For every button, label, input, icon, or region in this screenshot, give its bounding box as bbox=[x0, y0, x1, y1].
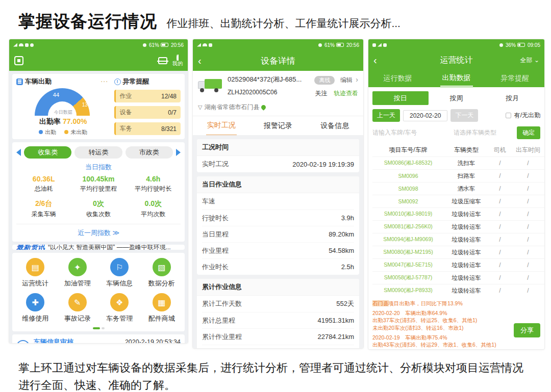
app-item[interactable]: ❖ 车务管理 bbox=[98, 293, 141, 323]
attendance-title: 车辆出勤 bbox=[25, 77, 52, 86]
news-badge: 最新资讯 bbox=[16, 245, 45, 250]
back-icon[interactable]: ‹ bbox=[373, 55, 377, 65]
summary-line: 未出勤20车次(清扫3、转运16、市政1) bbox=[372, 324, 508, 332]
next-day-button[interactable]: 下一天 bbox=[450, 109, 478, 122]
back-icon[interactable]: ‹ bbox=[198, 56, 202, 66]
status-time: 20:56 bbox=[171, 42, 184, 48]
table-row: SM0094(湘J-M9069) 垃圾转运车 / / bbox=[372, 233, 544, 246]
vehicle-id-link[interactable]: SM0058(湘J-57787) bbox=[372, 274, 444, 281]
pagination-dots bbox=[14, 327, 183, 329]
alerts-title: 异常提醒 bbox=[123, 77, 149, 86]
chevron-right-icon[interactable]: › bbox=[356, 75, 358, 84]
alert-pill[interactable]: 作业 12/48 bbox=[114, 90, 181, 102]
alert-pill[interactable]: 设备 0/7 bbox=[114, 106, 181, 119]
vehicle-id-link[interactable]: SM0047(湘J-5E715) bbox=[372, 262, 444, 269]
notice-right: 2020-2-19 20:53:34 1 bbox=[125, 338, 181, 343]
vehicle-id-link[interactable]: SM0081(湘J-256K0) bbox=[372, 223, 444, 230]
vehicle-id-link[interactable]: SM0010(湘J-98019) bbox=[372, 211, 444, 218]
app-item[interactable]: ▦ 配件商城 bbox=[141, 293, 183, 323]
stats-nav-bar: 运营统计 ‹ 全部 ⌄ bbox=[368, 50, 544, 70]
col-driver: 司机 bbox=[489, 146, 511, 154]
app-item[interactable]: ✎ 事故记录 bbox=[57, 293, 99, 323]
table-body: SM0086(湘J-68532) 洗扫车 / / SM0096 扫路车 / / bbox=[372, 156, 544, 297]
clock-icon bbox=[318, 43, 322, 47]
detail-row: 当日里程89.20km bbox=[202, 226, 354, 242]
wifi-icon bbox=[203, 43, 207, 46]
summary-group-1: 2020-02-20 车辆出勤率64.9%出勤37车次(清扫5、转运25、收集6… bbox=[372, 309, 508, 332]
tab-abnormal-alerts[interactable]: 异常提醒 bbox=[486, 70, 544, 87]
battery-percent: 61% bbox=[149, 42, 159, 48]
app-item[interactable]: ▧ 数据分析 bbox=[141, 258, 183, 288]
tab-running-data[interactable]: 运行数据 bbox=[368, 70, 427, 87]
tab-municipal[interactable]: 市政类 bbox=[126, 146, 173, 159]
app-item[interactable]: ✚ 维修使用 bbox=[14, 293, 57, 323]
app-icon: ✎ bbox=[68, 293, 87, 311]
nfc-icon bbox=[383, 43, 387, 47]
mine-button[interactable]: 我的 bbox=[172, 55, 183, 66]
alert-pill[interactable]: 车务 8/321 bbox=[114, 122, 181, 135]
col-vehicle-type: 车辆类型 bbox=[444, 146, 489, 154]
news-bar[interactable]: 最新资讯 “以小见大 智造美丽中国” ——盈峰中联环境... bbox=[12, 245, 185, 250]
alerts-list: 作业 12/48 设备 0/7 车务 8/321 bbox=[114, 90, 181, 135]
tab-transfer[interactable]: 转运类 bbox=[74, 146, 122, 159]
date-field[interactable]: 2020-02-20 bbox=[403, 110, 447, 121]
tab-collect[interactable]: 收集类 bbox=[24, 146, 71, 159]
vehicle-id-link[interactable]: SM0098 bbox=[372, 186, 444, 192]
plate-input[interactable]: 请输入车牌/车号 bbox=[372, 128, 449, 137]
summary-highlight: 石门县 bbox=[372, 300, 389, 306]
attendance-checkbox[interactable] bbox=[506, 113, 511, 118]
tab-attendance-data[interactable]: 出勤数据 bbox=[427, 70, 486, 87]
summary-line: 未出勤14车次(清扫2、转运12) bbox=[372, 349, 508, 349]
stats-grid: 60.36L 总油耗 100.45km 平均行驶里程 4.6h 平均行驶时长 2… bbox=[16, 175, 181, 219]
tab-alarm-records[interactable]: 报警记录 bbox=[249, 116, 306, 135]
device-body: 工况时间 实时工况2020-02-19 19:19:39 当日作业信息 车速 bbox=[193, 135, 363, 348]
confirm-button[interactable]: 确定 bbox=[517, 126, 540, 139]
arrow-left-icon[interactable] bbox=[16, 149, 21, 156]
more-icon[interactable]: ⋯ bbox=[100, 77, 108, 86]
table-header-row: 项目车号/车牌 车辆类型 司机 出车时间 出 bbox=[372, 144, 544, 156]
stat-item: 0次 收集次数 bbox=[71, 199, 126, 219]
vehicle-attendance-panel: 车辆出勤 44 13 今日数据 出勤率77.00% bbox=[16, 77, 110, 136]
detail-row: 车速 bbox=[202, 193, 354, 210]
page-title: 掌握设备运行情况 bbox=[18, 10, 157, 33]
app-item[interactable]: ⚐ 车辆信息 bbox=[98, 258, 141, 288]
vehicle-id-link[interactable]: SM0080(湘J-M2195) bbox=[372, 249, 444, 256]
person-icon bbox=[177, 55, 179, 61]
phone-screenshots-row: 61% 20:56 我的 ⋯ 车 bbox=[9, 39, 551, 349]
filter-all-dropdown[interactable]: 全部 ⌄ bbox=[520, 56, 539, 65]
app-icon: ▤ bbox=[26, 258, 44, 276]
detail-row: 累计作业里程22784.21km bbox=[202, 328, 354, 345]
page-footer-text: 掌上环卫通过对车辆设备的数据采集后，进行统计分析，管理者可通过统计、分析模块对项… bbox=[18, 359, 533, 392]
share-button[interactable]: 分享 bbox=[514, 323, 540, 337]
vehicle-id-link[interactable]: SM0094(湘J-M9069) bbox=[372, 236, 444, 243]
vehicle-type-select[interactable]: 请选择车辆类型 bbox=[454, 128, 513, 137]
device-location-row: ▽ 湖南省常德市石门县 bbox=[193, 102, 363, 116]
vehicle-id-link[interactable]: SM0092 bbox=[372, 198, 444, 204]
arrow-right-icon[interactable] bbox=[176, 149, 181, 156]
notice-time: 2020-2-19 20:53:34 bbox=[125, 338, 181, 343]
audit-notice-bar[interactable]: ◆ 车辆信息审核 石门县项目车辆信息审核中 2020-2-19 20:53:34… bbox=[12, 334, 185, 343]
phone-device-details: 61% 20:56 设备详情 ‹ 02529084*372(湘J-685... … bbox=[193, 39, 363, 348]
edit-button[interactable]: 编辑 bbox=[340, 76, 353, 84]
vehicle-id-link[interactable]: SM0086(湘J-68532) bbox=[372, 160, 444, 167]
app-item[interactable]: ▤ 运营统计 bbox=[14, 258, 57, 288]
tab-device-info[interactable]: 设备信息 bbox=[307, 116, 363, 135]
scan-frame-icon[interactable] bbox=[158, 57, 167, 64]
week-index-link[interactable]: 近一周指数 ≫ bbox=[16, 224, 181, 238]
vehicle-id-link[interactable]: SM0090(湘J-P8933) bbox=[372, 287, 444, 294]
section-title: 累计作业信息 bbox=[197, 279, 359, 296]
tab-by-day[interactable]: 按日 bbox=[372, 91, 429, 105]
tab-by-week[interactable]: 按周 bbox=[429, 91, 485, 105]
table-row: SM0047(湘J-5E715) 垃圾转运车 / / bbox=[372, 258, 544, 271]
tab-by-month[interactable]: 按月 bbox=[484, 91, 540, 105]
detail-row: 发动机工作时间 bbox=[202, 345, 354, 348]
list-icon bbox=[16, 79, 23, 85]
tab-realtime-status[interactable]: 实时工况 bbox=[193, 116, 249, 135]
track-view-link[interactable]: 轨迹查看 bbox=[334, 90, 358, 97]
vehicle-id-link[interactable]: SM0096 bbox=[372, 173, 444, 179]
app-item[interactable]: ✦ 加油管理 bbox=[57, 258, 99, 288]
legend-attended: 出勤 bbox=[39, 128, 56, 136]
follow-button[interactable]: 关注 bbox=[315, 89, 328, 98]
prev-day-button[interactable]: 上一天 bbox=[372, 109, 400, 122]
qr-scan-icon[interactable] bbox=[14, 56, 23, 65]
